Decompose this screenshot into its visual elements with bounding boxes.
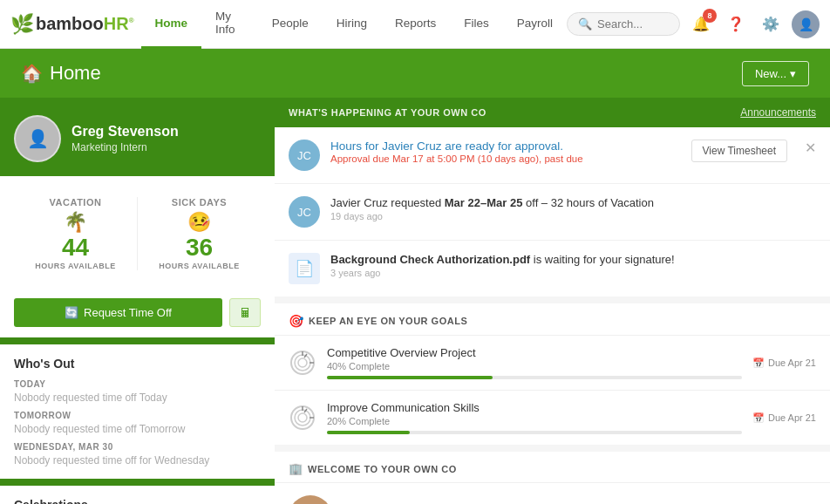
request-btn-row: 🔄 Request Time Off 🖩 bbox=[0, 291, 275, 337]
logo-text: bambooHR® bbox=[36, 14, 134, 34]
feed-text-bgcheck: Background Check Authorization.pdf is wa… bbox=[330, 253, 816, 266]
page-header: 🏠 Home New... ▾ bbox=[0, 49, 830, 98]
goals-section: 🎯 KEEP AN EYE ON YOUR GOALS Competitive … bbox=[275, 303, 830, 445]
goals-header-title: KEEP AN EYE ON YOUR GOALS bbox=[309, 316, 467, 326]
goal-info-0: Competitive Overview Project 40% Complet… bbox=[327, 346, 742, 379]
calendar-small-icon-0: 📅 bbox=[752, 358, 765, 369]
feed-title-timesheet: Hours for Javier Cruz are ready for appr… bbox=[330, 140, 681, 153]
page-title: 🏠 Home bbox=[21, 62, 101, 85]
help-icon: ❓ bbox=[727, 16, 745, 32]
goal-icon-1 bbox=[289, 404, 316, 432]
welcome-section: 🏢 WELCOME TO YOUR OWN CO 👤 Jeremy Steven… bbox=[275, 452, 830, 504]
nav-item-home[interactable]: Home bbox=[141, 0, 202, 49]
target-icon: 🎯 bbox=[289, 314, 303, 328]
profile-title: Marketing Intern bbox=[71, 141, 179, 153]
new-button[interactable]: New... ▾ bbox=[742, 61, 809, 86]
nav-item-people[interactable]: People bbox=[258, 0, 323, 49]
sick-sub: Hours Available bbox=[145, 262, 254, 270]
refresh-icon: 🔄 bbox=[65, 306, 78, 319]
nav-item-reports[interactable]: Reports bbox=[381, 0, 450, 49]
goal-due-0: 📅 Due Apr 21 bbox=[752, 358, 816, 369]
whos-out-card: Who's Out TODAY Nobody requested time of… bbox=[0, 344, 275, 479]
feed-item-timesheet: JC Hours for Javier Cruz are ready for a… bbox=[275, 127, 830, 184]
notifications-button[interactable]: 🔔 8 bbox=[687, 10, 715, 38]
announcements-section-title: WHAT'S HAPPENING AT YOUR OWN CO bbox=[289, 107, 486, 118]
nav-links: Home My Info People Hiring Reports Files… bbox=[141, 0, 567, 48]
user-avatar-icon: 👤 bbox=[799, 17, 813, 31]
search-icon: 🔍 bbox=[578, 17, 592, 31]
svg-point-2 bbox=[298, 358, 307, 367]
request-time-off-button[interactable]: 🔄 Request Time Off bbox=[14, 298, 222, 327]
nav-item-myinfo[interactable]: My Info bbox=[201, 0, 258, 49]
vacation-label: Vacation bbox=[21, 197, 130, 208]
sick-item: Sick Days 🤒 36 Hours Available bbox=[138, 190, 261, 277]
vacation-count: 44 bbox=[21, 235, 130, 260]
welcome-person: 👤 Jeremy Steven Account Executive in Sal… bbox=[275, 483, 830, 504]
welcome-avatar: 👤 bbox=[289, 495, 332, 504]
nav-item-hiring[interactable]: Hiring bbox=[323, 0, 381, 49]
calculator-button[interactable]: 🖩 bbox=[229, 298, 261, 327]
profile-name: Greg Stevenson bbox=[71, 124, 179, 140]
progress-bar-fill-1 bbox=[327, 431, 410, 434]
goal-name-0: Competitive Overview Project bbox=[327, 346, 742, 359]
profile-avatar: 👤 bbox=[14, 115, 61, 162]
vacation-sub: Hours Available bbox=[21, 262, 130, 270]
svg-point-4 bbox=[295, 410, 310, 426]
goal-icon-0 bbox=[289, 349, 316, 377]
svg-point-1 bbox=[295, 355, 310, 371]
time-off-grid: Vacation 🌴 44 Hours Available Sick Days … bbox=[14, 190, 261, 277]
search-box[interactable]: 🔍 bbox=[567, 12, 680, 36]
announcements-header: WHAT'S HAPPENING AT YOUR OWN CO Announce… bbox=[275, 98, 830, 127]
nav-item-files[interactable]: Files bbox=[450, 0, 503, 49]
help-button[interactable]: ❓ bbox=[722, 10, 750, 38]
celebrations-card: Celebrations JR John Ryan Apr 1 - 7th An… bbox=[0, 486, 275, 504]
feed-avatar-jc1: JC bbox=[289, 140, 320, 171]
left-panel: 👤 Greg Stevenson Marketing Intern Vacati… bbox=[0, 98, 275, 504]
feed-item-bgcheck: 📄 Background Check Authorization.pdf is … bbox=[275, 241, 830, 296]
feed-text-vacation: Javier Cruz requested Mar 22–Mar 25 off … bbox=[330, 196, 816, 209]
vacation-item: Vacation 🌴 44 Hours Available bbox=[14, 190, 137, 277]
profile-section: 👤 Greg Stevenson Marketing Intern bbox=[0, 98, 275, 176]
announcements-link[interactable]: Announcements bbox=[740, 106, 816, 119]
tomorrow-text: Nobody requested time off Tomorrow bbox=[14, 423, 261, 435]
feed-time-bgcheck: 3 years ago bbox=[330, 268, 816, 278]
calculator-icon: 🖩 bbox=[239, 305, 252, 320]
celebrations-title: Celebrations bbox=[14, 498, 261, 504]
notification-badge: 8 bbox=[703, 9, 717, 23]
feed-subtitle-timesheet: Approval due Mar 17 at 5:00 PM (10 days … bbox=[330, 153, 681, 164]
feed-avatar-jc2: JC bbox=[289, 196, 320, 228]
logo-leaf-icon: 🌿 bbox=[10, 13, 34, 36]
goal-item-0: Competitive Overview Project 40% Complet… bbox=[275, 335, 830, 390]
user-avatar-nav[interactable]: 👤 bbox=[792, 10, 820, 38]
chevron-down-icon: ▾ bbox=[790, 67, 796, 80]
logo: 🌿 bambooHR® bbox=[10, 13, 134, 36]
gear-icon: ⚙️ bbox=[762, 16, 779, 32]
avatar-initials: 👤 bbox=[27, 128, 49, 149]
close-feed-button[interactable]: ✕ bbox=[798, 140, 816, 156]
nav-item-payroll[interactable]: Payroll bbox=[503, 0, 567, 49]
goals-header: 🎯 KEEP AN EYE ON YOUR GOALS bbox=[275, 303, 830, 335]
search-input[interactable] bbox=[597, 17, 667, 31]
goal-pct-0: 40% Complete bbox=[327, 361, 742, 371]
welcome-header: 🏢 WELCOME TO YOUR OWN CO bbox=[275, 452, 830, 483]
sick-label: Sick Days bbox=[145, 197, 254, 208]
today-text: Nobody requested time off Today bbox=[14, 392, 261, 404]
right-panel: WHAT'S HAPPENING AT YOUR OWN CO Announce… bbox=[275, 98, 830, 504]
home-icon: 🏠 bbox=[21, 63, 43, 84]
nav-right: 🔍 🔔 8 ❓ ⚙️ 👤 bbox=[567, 10, 820, 38]
feed-content-timesheet: Hours for Javier Cruz are ready for appr… bbox=[330, 140, 681, 171]
feed-time-vacation: 19 days ago bbox=[330, 211, 816, 221]
goal-pct-1: 20% Complete bbox=[327, 416, 742, 426]
vacation-icon: 🌴 bbox=[21, 211, 130, 234]
welcome-icon: 🏢 bbox=[289, 462, 303, 475]
announcements-section: WHAT'S HAPPENING AT YOUR OWN CO Announce… bbox=[275, 98, 830, 127]
wednesday-label: WEDNESDAY, MAR 30 bbox=[14, 442, 261, 452]
settings-button[interactable]: ⚙️ bbox=[757, 10, 785, 38]
progress-bar-bg-1 bbox=[327, 431, 742, 434]
feed-content-bgcheck: Background Check Authorization.pdf is wa… bbox=[330, 253, 816, 284]
tomorrow-label: TOMORROW bbox=[14, 411, 261, 420]
goal-due-1: 📅 Due Apr 21 bbox=[752, 412, 816, 424]
progress-bar-fill-0 bbox=[327, 376, 493, 379]
view-timesheet-button[interactable]: View Timesheet bbox=[691, 140, 788, 162]
main-content: 👤 Greg Stevenson Marketing Intern Vacati… bbox=[0, 98, 830, 504]
